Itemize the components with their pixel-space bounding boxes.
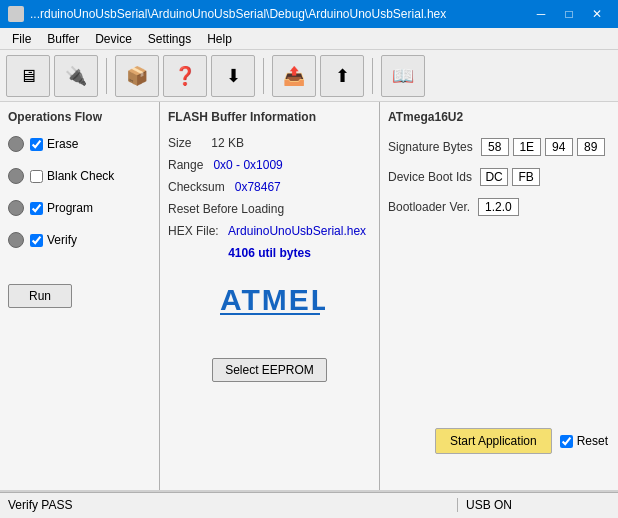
- checksum-value[interactable]: 0x78467: [235, 180, 281, 194]
- menu-buffer[interactable]: Buffer: [39, 30, 87, 48]
- atmel-logo: ATMEL: [168, 270, 371, 328]
- program-label[interactable]: Program: [30, 201, 93, 215]
- atmel-logo-svg: ATMEL: [215, 270, 325, 325]
- bootloader-label: Bootloader Ver.: [388, 200, 470, 214]
- flash-buffer-title: FLASH Buffer Information: [168, 110, 371, 124]
- minimize-button[interactable]: ─: [528, 4, 554, 24]
- toolbar-btn-1[interactable]: 🔌: [54, 55, 98, 97]
- sig-byte-2: 94: [545, 138, 573, 156]
- toolbar-btn-6[interactable]: ⬆: [320, 55, 364, 97]
- upload-icon: 📤: [283, 67, 305, 85]
- main-content: Operations Flow Erase Blank Check Progra…: [0, 102, 618, 492]
- hex-file-row: HEX File: ArduinoUnoUsbSerial.hex: [168, 224, 371, 238]
- status-bar: Verify PASS USB ON: [0, 492, 618, 516]
- erase-checkbox[interactable]: [30, 138, 43, 151]
- toolbar-separator-2: [263, 58, 264, 94]
- hex-file-label: HEX File:: [168, 224, 219, 238]
- operations-flow-title: Operations Flow: [8, 110, 151, 124]
- erase-indicator: [8, 136, 24, 152]
- toolbar-btn-3[interactable]: ❓: [163, 55, 207, 97]
- sig-byte-3: 89: [577, 138, 605, 156]
- blank-check-checkbox[interactable]: [30, 170, 43, 183]
- toolbar-separator-1: [106, 58, 107, 94]
- window-title: ...rduinoUnoUsbSerial\ArduinoUnoUsbSeria…: [30, 7, 446, 21]
- program-indicator: [8, 200, 24, 216]
- checksum-row: Checksum 0x78467: [168, 180, 371, 194]
- hex-file-value: ArduinoUnoUsbSerial.hex: [228, 224, 366, 238]
- flow-item-blank-check: Blank Check: [8, 168, 151, 184]
- reset-before-loading: Reset Before Loading: [168, 202, 371, 216]
- range-row: Range 0x0 - 0x1009: [168, 158, 371, 172]
- middle-panel: FLASH Buffer Information Size 12 KB Rang…: [160, 102, 380, 490]
- usb-icon: 🔌: [65, 67, 87, 85]
- status-right: USB ON: [458, 498, 618, 512]
- run-button[interactable]: Run: [8, 284, 72, 308]
- memory-chip-icon: 🖥: [19, 67, 37, 85]
- size-row: Size 12 KB: [168, 136, 371, 150]
- right-panel: ATmega16U2 Signature Bytes 58 1E 94 89 D…: [380, 102, 618, 490]
- status-left: Verify PASS: [0, 498, 458, 512]
- reset-checkbox-label[interactable]: Reset: [560, 434, 608, 448]
- toolbar-btn-5[interactable]: 📤: [272, 55, 316, 97]
- verify-checkbox[interactable]: [30, 234, 43, 247]
- menu-device[interactable]: Device: [87, 30, 140, 48]
- left-panel: Operations Flow Erase Blank Check Progra…: [0, 102, 160, 490]
- sig-byte-1: 1E: [513, 138, 541, 156]
- erase-label[interactable]: Erase: [30, 137, 78, 151]
- blank-check-label[interactable]: Blank Check: [30, 169, 114, 183]
- boot-ids-row: Device Boot Ids DC FB: [388, 168, 610, 186]
- select-eeprom-button[interactable]: Select EEPROM: [212, 358, 327, 382]
- sig-byte-0: 58: [481, 138, 509, 156]
- reset-label: Reset: [577, 434, 608, 448]
- size-label: Size: [168, 136, 191, 150]
- upload-chip-icon: ⬆: [335, 67, 350, 85]
- maximize-button[interactable]: □: [556, 4, 582, 24]
- flow-item-verify: Verify: [8, 232, 151, 248]
- start-application-button[interactable]: Start Application: [435, 428, 552, 454]
- toolbar: 🖥 🔌 📦 ❓ ⬇ 📤 ⬆ 📖: [0, 50, 618, 102]
- boot-ids-label: Device Boot Ids: [388, 170, 472, 184]
- close-button[interactable]: ✕: [584, 4, 610, 24]
- toolbar-separator-3: [372, 58, 373, 94]
- reset-label: Reset Before Loading: [168, 202, 284, 216]
- menu-bar: File Buffer Device Settings Help: [0, 28, 618, 50]
- svg-text:ATMEL: ATMEL: [220, 283, 325, 316]
- size-value: 12 KB: [211, 136, 244, 150]
- download-chip-icon: ⬇: [226, 67, 241, 85]
- verify-label[interactable]: Verify: [30, 233, 77, 247]
- checksum-label: Checksum: [168, 180, 225, 194]
- boot-id-0: DC: [480, 168, 508, 186]
- program-checkbox[interactable]: [30, 202, 43, 215]
- app-icon: [8, 6, 24, 22]
- signature-row: Signature Bytes 58 1E 94 89: [388, 138, 610, 156]
- title-bar: ...rduinoUnoUsbSerial\ArduinoUnoUsbSeria…: [0, 0, 618, 28]
- atmega-title: ATmega16U2: [388, 110, 610, 124]
- boot-id-1: FB: [512, 168, 540, 186]
- menu-file[interactable]: File: [4, 30, 39, 48]
- start-app-area: Start Application Reset: [435, 428, 608, 454]
- blank-check-indicator: [8, 168, 24, 184]
- bootloader-ver-row: Bootloader Ver. 1.2.0: [388, 198, 610, 216]
- signature-label: Signature Bytes: [388, 140, 473, 154]
- question-icon: ❓: [174, 67, 196, 85]
- range-value[interactable]: 0x0 - 0x1009: [213, 158, 282, 172]
- toolbar-btn-4[interactable]: ⬇: [211, 55, 255, 97]
- toolbar-btn-2[interactable]: 📦: [115, 55, 159, 97]
- verify-indicator: [8, 232, 24, 248]
- util-bytes: 4106 util bytes: [168, 246, 371, 260]
- toolbar-btn-0[interactable]: 🖥: [6, 55, 50, 97]
- range-label: Range: [168, 158, 203, 172]
- menu-settings[interactable]: Settings: [140, 30, 199, 48]
- flow-item-erase: Erase: [8, 136, 151, 152]
- book-icon: 📖: [392, 67, 414, 85]
- reset-checkbox[interactable]: [560, 435, 573, 448]
- toolbar-btn-7[interactable]: 📖: [381, 55, 425, 97]
- menu-help[interactable]: Help: [199, 30, 240, 48]
- flow-item-program: Program: [8, 200, 151, 216]
- bootloader-version: 1.2.0: [478, 198, 519, 216]
- chip-icon: 📦: [126, 67, 148, 85]
